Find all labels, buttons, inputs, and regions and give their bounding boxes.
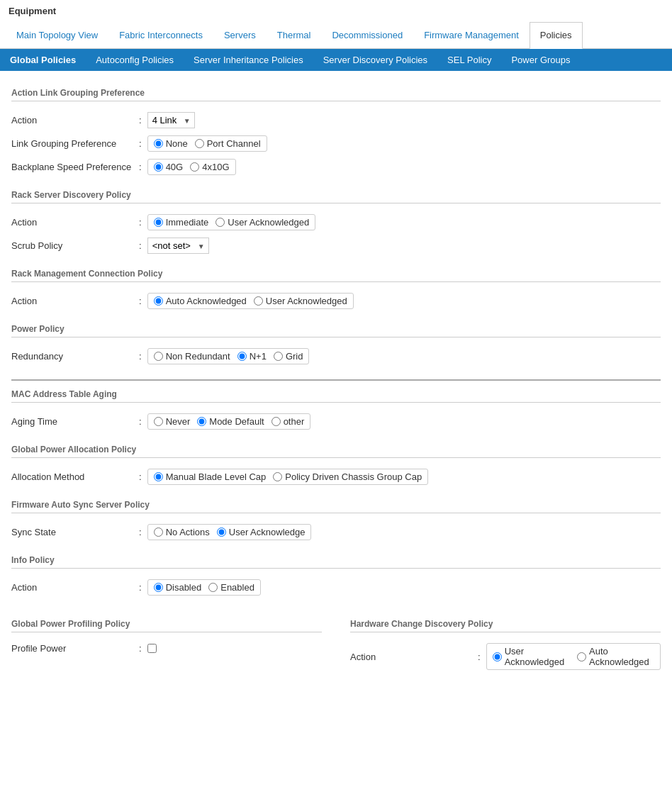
field-row-rack-action: Action : Immediate User Acknowledged <box>11 211 661 234</box>
field-row-hw-change-action: Action : User Acknowledged Auto Acknowle… <box>350 640 661 674</box>
radio-option-immediate[interactable]: Immediate <box>154 217 209 228</box>
radio-option-policy-driven[interactable]: Policy Driven Chassis Group Cap <box>273 471 422 482</box>
section-power-policy: Power Policy Redundancy : Non Redundant … <box>11 324 661 368</box>
label-scrub-policy: Scrub Policy <box>11 240 139 251</box>
radio-option-manual-blade[interactable]: Manual Blade Level Cap <box>154 471 267 482</box>
colon-action: : <box>139 115 142 125</box>
radio-option-n-plus-1[interactable]: N+1 <box>237 351 267 362</box>
tab-fabric-interconnects[interactable]: Fabric Interconnects <box>108 22 213 48</box>
label-info-action: Action <box>11 582 139 593</box>
page-title: Equipment <box>0 0 672 22</box>
radio-option-mode-default[interactable]: Mode Default <box>197 416 264 427</box>
field-row-backplane-speed: Backplane Speed Preference : 40G 4x10G <box>11 155 661 179</box>
radio-option-user-acknowledged[interactable]: User Acknowledged <box>215 217 309 228</box>
section-title-rack-server-discovery: Rack Server Discovery Policy <box>11 190 661 200</box>
radio-option-rack-mgmt-user-acknowledged[interactable]: User Acknowledged <box>254 296 347 306</box>
subtab-server-inheritance[interactable]: Server Inheritance Policies <box>184 49 313 71</box>
tab-firmware-management[interactable]: Firmware Management <box>413 22 530 48</box>
colon-hw-change-action: : <box>478 652 481 662</box>
label-sync-state: Sync State <box>11 527 139 537</box>
radio-option-40g[interactable]: 40G <box>154 162 184 172</box>
tab-main-topology[interactable]: Main Topology View <box>6 22 108 48</box>
label-hw-change-action: Action <box>350 652 478 662</box>
tab-servers[interactable]: Servers <box>213 22 267 48</box>
radio-group-link-grouping: None Port Channel <box>147 135 267 152</box>
radio-group-allocation-method: Manual Blade Level Cap Policy Driven Cha… <box>147 469 429 485</box>
tab-policies[interactable]: Policies <box>530 22 583 49</box>
divider-global-power-profiling <box>11 632 322 632</box>
section-title-action-link-grouping: Action Link Grouping Preference <box>11 88 661 98</box>
section-firmware-auto-sync: Firmware Auto Sync Server Policy Sync St… <box>11 500 661 544</box>
radio-group-aging-time: Never Mode Default other <box>147 413 311 430</box>
select-scrub[interactable]: <not set> default <box>147 238 209 254</box>
divider-action-link-grouping <box>11 101 661 101</box>
field-row-info-action: Action : Disabled Enabled <box>11 576 661 599</box>
colon-rack-mgmt-action: : <box>139 296 142 306</box>
checkbox-wrapper-profile-power <box>147 644 157 653</box>
field-row-redundancy: Redundancy : Non Redundant N+1 Grid <box>11 345 661 368</box>
field-row-rack-mgmt-action: Action : Auto Acknowledged User Acknowle… <box>11 289 661 313</box>
divider-info-policy <box>11 568 661 569</box>
select-scrub-wrapper: <not set> default ▼ <box>147 238 209 254</box>
section-title-rack-management: Rack Management Connection Policy <box>11 269 661 279</box>
section-title-power-policy: Power Policy <box>11 324 661 334</box>
section-global-power-allocation: Global Power Allocation Policy Allocatio… <box>11 445 661 488</box>
field-row-action: Action : 4 Link 2 Link 1 Link ▼ <box>11 108 661 132</box>
subtab-server-discovery[interactable]: Server Discovery Policies <box>313 49 437 71</box>
section-info-policy: Info Policy Action : Disabled Enabled <box>11 555 661 599</box>
radio-option-grid[interactable]: Grid <box>274 351 303 362</box>
colon-redundancy: : <box>139 351 142 362</box>
colon-info-action: : <box>139 582 142 593</box>
field-row-profile-power: Profile Power : <box>11 640 322 657</box>
radio-option-non-redundant[interactable]: Non Redundant <box>154 351 230 362</box>
label-rack-mgmt-action: Action <box>11 296 139 306</box>
radio-option-none[interactable]: None <box>154 138 188 149</box>
label-action: Action <box>11 115 139 125</box>
section-rack-server-discovery: Rack Server Discovery Policy Action : Im… <box>11 190 661 257</box>
radio-group-rack-mgmt-action: Auto Acknowledged User Acknowledged <box>147 293 354 309</box>
section-title-global-power-profiling: Global Power Profiling Policy <box>11 619 322 629</box>
divider-mac-address-aging <box>11 402 661 403</box>
divider-rack-management <box>11 281 661 282</box>
subtab-global-policies[interactable]: Global Policies <box>0 49 86 71</box>
section-hardware-change-discovery: Hardware Change Discovery Policy Action … <box>350 610 661 674</box>
select-action-wrapper: 4 Link 2 Link 1 Link ▼ <box>147 112 195 128</box>
label-link-grouping: Link Grouping Preference <box>11 138 139 149</box>
tab-thermal[interactable]: Thermal <box>267 22 322 48</box>
subtab-autoconfig[interactable]: Autoconfig Policies <box>86 49 184 71</box>
colon-rack-action: : <box>139 217 142 228</box>
select-action[interactable]: 4 Link 2 Link 1 Link <box>147 112 195 128</box>
divider-firmware-auto-sync <box>11 513 661 513</box>
radio-option-user-acknowledge[interactable]: User Acknowledge <box>217 527 306 537</box>
radio-option-other[interactable]: other <box>271 416 305 427</box>
bottom-two-col: Global Power Profiling Policy Profile Po… <box>11 610 661 685</box>
tab-decommissioned[interactable]: Decommissioned <box>321 22 413 48</box>
radio-option-hw-user-acknowledged[interactable]: User Acknowledged <box>493 646 570 667</box>
radio-option-enabled[interactable]: Enabled <box>208 582 254 593</box>
subtab-power-groups[interactable]: Power Groups <box>501 49 580 71</box>
radio-option-never[interactable]: Never <box>154 416 191 427</box>
field-row-sync-state: Sync State : No Actions User Acknowledge <box>11 520 661 544</box>
radio-option-no-actions[interactable]: No Actions <box>154 527 210 537</box>
radio-option-4x10g[interactable]: 4x10G <box>190 162 229 172</box>
radio-option-hw-auto-acknowledged[interactable]: Auto Acknowledged <box>577 646 654 667</box>
field-row-link-grouping: Link Grouping Preference : None Port Cha… <box>11 132 661 155</box>
colon-aging-time: : <box>139 416 142 427</box>
radio-option-disabled[interactable]: Disabled <box>154 582 202 593</box>
subtab-sel-policy[interactable]: SEL Policy <box>437 49 501 71</box>
colon-allocation-method: : <box>139 471 142 482</box>
section-title-info-policy: Info Policy <box>11 555 661 565</box>
section-mac-address-aging: MAC Address Table Aging Aging Time : Nev… <box>11 389 661 433</box>
radio-option-auto-acknowledged[interactable]: Auto Acknowledged <box>154 296 247 306</box>
radio-option-port-channel[interactable]: Port Channel <box>195 138 261 149</box>
label-redundancy: Redundancy <box>11 351 139 362</box>
divider-global-power-allocation <box>11 457 661 458</box>
section-title-hardware-change-discovery: Hardware Change Discovery Policy <box>350 619 661 629</box>
checkbox-profile-power[interactable] <box>147 644 157 653</box>
divider-hardware-change-discovery <box>350 632 661 632</box>
colon-link-grouping: : <box>139 138 142 149</box>
section-divider-thick <box>11 379 661 381</box>
radio-group-rack-action: Immediate User Acknowledged <box>147 214 316 230</box>
section-title-mac-address-aging: MAC Address Table Aging <box>11 389 661 399</box>
sub-nav-tabs: Global Policies Autoconfig Policies Serv… <box>0 49 672 71</box>
